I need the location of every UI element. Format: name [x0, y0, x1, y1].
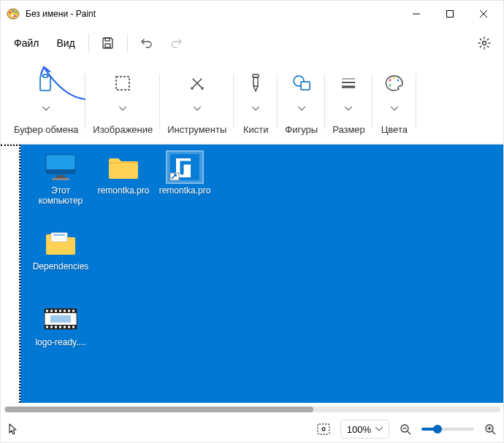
canvas-image[interactable]: Этот компьютер remontka.pro remontka.pro… — [20, 145, 503, 403]
cursor-icon — [8, 423, 18, 435]
svg-point-5 — [11, 15, 14, 16]
svg-rect-40 — [50, 310, 53, 312]
desktop-item-video[interactable]: logo-ready.... — [31, 304, 91, 347]
svg-rect-7 — [447, 11, 454, 18]
svg-point-3 — [15, 12, 18, 14]
group-clipboard[interactable]: Буфер обмена — [7, 59, 85, 144]
group-label: Кисти — [243, 124, 269, 135]
video-file-icon — [43, 304, 78, 334]
menu-file[interactable]: Файл — [7, 33, 46, 53]
palette-icon — [385, 74, 404, 93]
scrollbar-track[interactable] — [4, 407, 500, 412]
horizontal-scrollbar[interactable] — [1, 403, 503, 416]
desktop-item-shortcut[interactable]: remontka.pro — [155, 152, 215, 196]
desktop-item-label: remontka.pro — [159, 185, 211, 196]
chevron-down-icon — [391, 103, 398, 115]
svg-rect-30 — [52, 178, 69, 180]
desktop-item-deps[interactable]: Dependencies — [31, 228, 91, 271]
svg-rect-28 — [46, 169, 75, 174]
desktop-item-label: Dependencies — [33, 261, 89, 271]
svg-rect-35 — [53, 234, 65, 236]
slider-thumb[interactable] — [433, 425, 442, 434]
divider — [88, 34, 89, 53]
tools-icon — [188, 74, 206, 93]
svg-rect-52 — [72, 326, 75, 328]
scrollbar-thumb[interactable] — [5, 407, 313, 412]
svg-rect-54 — [318, 424, 329, 434]
chevron-down-icon — [42, 103, 50, 115]
svg-rect-42 — [59, 310, 61, 312]
desktop-item-label: logo-ready.... — [35, 337, 85, 347]
svg-rect-13 — [40, 76, 50, 90]
monitor-icon — [43, 152, 78, 182]
group-brushes[interactable]: Кисти — [234, 59, 278, 144]
clipboard-icon — [37, 74, 55, 93]
chevron-down-icon — [298, 103, 305, 115]
maximize-button[interactable] — [433, 1, 467, 27]
svg-rect-46 — [46, 326, 48, 328]
svg-rect-51 — [68, 326, 70, 328]
svg-rect-50 — [64, 326, 66, 328]
folder-icon — [106, 152, 141, 182]
svg-rect-29 — [56, 175, 65, 178]
desktop-item-thispc[interactable]: Этот компьютер — [31, 152, 91, 206]
menu-view[interactable]: Вид — [49, 33, 82, 53]
svg-point-55 — [322, 428, 325, 431]
svg-rect-15 — [116, 77, 129, 90]
selection-icon — [115, 74, 131, 93]
svg-rect-53 — [50, 315, 71, 323]
group-label: Размер — [332, 124, 365, 135]
shortcut-icon — [167, 152, 202, 182]
undo-button[interactable] — [134, 30, 160, 56]
redo-button[interactable] — [163, 30, 189, 56]
svg-rect-10 — [105, 44, 110, 47]
svg-point-26 — [389, 85, 391, 87]
group-label: Изображение — [93, 124, 153, 135]
svg-line-60 — [492, 431, 495, 434]
canvas-viewport[interactable]: Этот компьютер remontka.pro remontka.pro… — [1, 145, 503, 403]
svg-rect-11 — [105, 38, 110, 41]
size-icon — [340, 74, 356, 93]
svg-rect-14 — [43, 74, 47, 77]
chevron-down-icon — [119, 103, 126, 115]
minimize-button[interactable] — [400, 1, 433, 27]
group-size[interactable]: Размер — [325, 59, 373, 144]
svg-rect-39 — [46, 310, 48, 312]
desktop-item-label: Этот компьютер — [31, 185, 91, 206]
svg-point-12 — [483, 42, 486, 45]
svg-rect-41 — [55, 310, 57, 312]
settings-button[interactable] — [471, 30, 497, 56]
group-colors[interactable]: Цвета — [373, 59, 416, 144]
svg-rect-45 — [72, 310, 75, 312]
zoom-out-button[interactable] — [400, 423, 411, 435]
chevron-down-icon — [375, 427, 383, 431]
group-tools[interactable]: Инструменты — [160, 59, 234, 144]
group-label: Фигуры — [285, 124, 318, 135]
svg-rect-47 — [50, 326, 53, 328]
group-shapes[interactable]: Фигуры — [278, 59, 325, 144]
zoom-value: 100% — [347, 424, 371, 435]
svg-rect-49 — [59, 326, 61, 328]
zoom-dropdown[interactable]: 100% — [340, 420, 389, 439]
chevron-down-icon — [252, 103, 259, 115]
desktop-item-folder[interactable]: remontka.pro — [93, 152, 153, 196]
svg-point-23 — [389, 80, 391, 82]
svg-rect-34 — [51, 233, 67, 242]
chevron-down-icon — [345, 103, 352, 115]
svg-point-1 — [9, 12, 12, 14]
zoom-slider[interactable] — [421, 428, 474, 431]
svg-rect-17 — [253, 77, 258, 86]
shapes-icon — [292, 74, 311, 93]
group-image[interactable]: Изображение — [85, 59, 160, 144]
svg-point-24 — [392, 77, 394, 80]
svg-line-57 — [408, 431, 411, 434]
paint-app-icon — [7, 7, 20, 20]
zoom-in-button[interactable] — [484, 423, 496, 435]
close-button[interactable] — [467, 1, 500, 27]
svg-point-4 — [14, 15, 16, 18]
divider — [127, 34, 128, 53]
svg-rect-43 — [64, 310, 66, 312]
folder-open-icon — [43, 228, 78, 258]
fit-screen-button[interactable] — [317, 423, 330, 435]
save-button[interactable] — [95, 30, 121, 56]
